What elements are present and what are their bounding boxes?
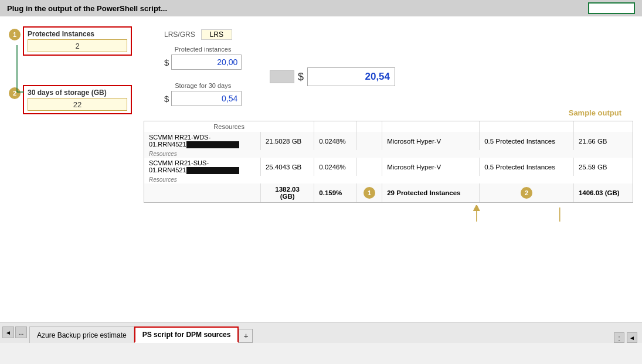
table-total-row: 1382.03(GB) 0.159% 1 29 Protected Instan… [144,183,633,202]
top-bar-input[interactable] [588,2,635,14]
protected-instances-price-input[interactable] [171,55,242,70]
protected-instances-box: Protected Instances [23,26,132,56]
protected-instances-price-label: Protected instances [164,46,242,53]
sample-table-wrapper: Resources SCVMM RR21-WDS-01.RRN4521 21.5… [144,121,633,203]
protected-instances-input[interactable] [28,39,127,52]
sample-output-title: Sample output [144,108,633,117]
table-row-resources-1: Resources [144,150,633,158]
storage-box: 30 days of storage (GB) [23,85,132,114]
sample-table: Resources SCVMM RR21-WDS-01.RRN4521 21.5… [144,121,633,202]
tab-scroll-right[interactable]: ◄ [627,332,637,343]
tab-nav-prev[interactable]: ◄ [2,326,14,338]
tab-bar-right: ⋮ ◄ [609,332,642,343]
lrs-badge: LRS [201,29,232,40]
table-row-resources-2: Resources [144,176,633,183]
tab-nav-dots[interactable]: ... [15,326,27,338]
tab-bar: ◄ ... Azure Backup price estimate PS scr… [0,322,642,343]
storage-price-label: Storage for 30 days [164,82,242,89]
protected-instances-row: 1 Protected Instances [9,26,132,56]
lrs-grs-label: LRS/GRS [164,30,195,39]
protected-instances-currency: $ [164,57,169,67]
total-badge-2: 2 [521,187,532,199]
storage-label: 30 days of storage (GB) [28,89,127,97]
total-spacer [270,70,294,83]
total-price-input[interactable] [307,67,395,86]
arrow-indicators [144,203,633,220]
sample-output-area: Sample output Resources SCVMM RR21-WDS-0… [144,108,633,311]
protected-instances-label: Protected Instances [28,30,127,38]
tab-azure-backup[interactable]: Azure Backup price estimate [29,326,134,343]
arrows-svg [144,205,633,223]
top-bar: Plug in the output of the PowerShell scr… [0,0,642,16]
table-row: SCVMM RR21-SUS-01.RRN4521 25.4043 GB 0.0… [144,158,633,176]
top-bar-title: Plug in the output of the PowerShell scr… [7,4,588,13]
total-currency: $ [298,71,304,83]
tab-add-button[interactable]: + [239,329,253,343]
storage-price-input[interactable] [171,91,242,106]
tab-nav: ◄ ... [0,322,29,343]
table-row: SCVMM RR21-WDS-01.RRN4521 21.5028 GB 0.0… [144,132,633,150]
badge-1: 1 [9,29,21,40]
tab-scroll-left[interactable]: ⋮ [614,332,624,343]
storage-currency: $ [164,94,169,104]
table-header-row: Resources [144,121,633,132]
tab-ps-script[interactable]: PS script for DPM sources [134,326,239,343]
storage-row: 2 30 days of storage (GB) [9,85,132,114]
storage-input[interactable] [28,98,127,111]
badge-2: 2 [9,87,21,99]
total-badge-1: 1 [364,187,375,199]
